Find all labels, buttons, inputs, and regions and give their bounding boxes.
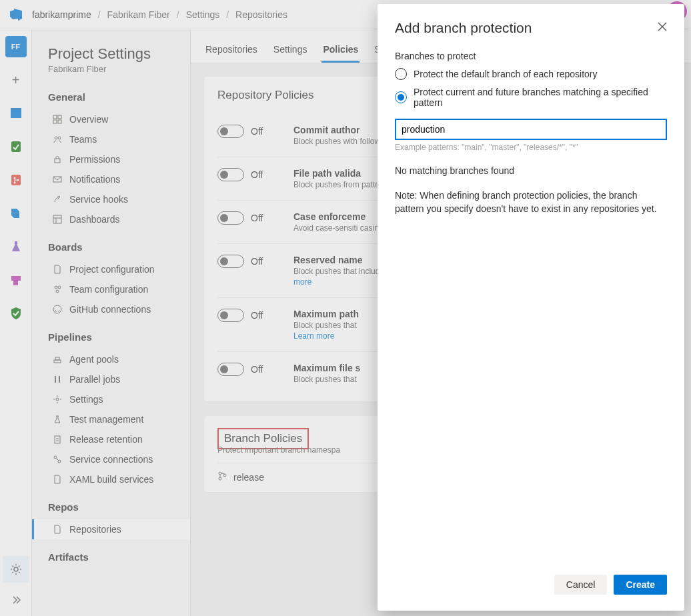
radio-icon bbox=[395, 91, 407, 103]
section-general: General bbox=[48, 91, 190, 103]
policy-link[interactable]: Learn more bbox=[293, 331, 334, 341]
nav-label: Dashboards bbox=[69, 214, 120, 225]
svg-rect-14 bbox=[58, 120, 61, 123]
svg-rect-7 bbox=[11, 276, 16, 281]
xaml-icon bbox=[52, 474, 63, 485]
nav-label: Permissions bbox=[69, 154, 120, 165]
policy-desc: Block pushes that bbox=[293, 321, 359, 330]
policy-link[interactable]: more bbox=[293, 277, 311, 287]
branch-icon bbox=[217, 471, 227, 483]
project-badge-icon[interactable]: FF bbox=[5, 36, 27, 57]
policy-toggle[interactable] bbox=[217, 255, 244, 268]
close-icon[interactable] bbox=[658, 22, 667, 34]
azure-devops-logo-icon[interactable] bbox=[5, 4, 27, 25]
pool-icon bbox=[52, 354, 63, 365]
page-title: Project Settings bbox=[48, 45, 190, 63]
svg-rect-1 bbox=[11, 108, 21, 110]
svg-rect-11 bbox=[53, 115, 57, 119]
add-icon[interactable]: + bbox=[5, 69, 27, 91]
svg-rect-27 bbox=[55, 436, 60, 443]
file-icon bbox=[52, 264, 63, 275]
nav-permissions[interactable]: Permissions bbox=[48, 149, 190, 169]
breadcrumb-org[interactable]: fabrikamprime bbox=[32, 9, 91, 20]
nav-repositories[interactable]: Repositories bbox=[32, 519, 190, 539]
boards-rail-icon[interactable] bbox=[5, 103, 27, 124]
shield-rail-icon[interactable] bbox=[5, 303, 27, 324]
policy-desc: Block pushes that bbox=[293, 375, 360, 384]
toggle-state: Off bbox=[251, 256, 263, 267]
branch-pattern-input[interactable] bbox=[395, 119, 667, 140]
policy-toggle[interactable] bbox=[217, 363, 244, 376]
settings-rail-icon[interactable] bbox=[3, 556, 29, 583]
section-pipelines: Pipelines bbox=[48, 331, 190, 343]
nav-label: Project configuration bbox=[69, 264, 155, 275]
nav-label: Service connections bbox=[69, 454, 153, 465]
section-artifacts: Artifacts bbox=[48, 551, 190, 563]
nav-release-retention[interactable]: Release retention bbox=[48, 429, 190, 449]
policy-toggle[interactable] bbox=[217, 168, 244, 181]
artifacts-rail-icon[interactable] bbox=[5, 269, 27, 291]
policy-toggle[interactable] bbox=[217, 211, 244, 225]
toggle-state: Off bbox=[251, 310, 263, 321]
toggle-state: Off bbox=[251, 364, 263, 375]
parallel-icon bbox=[52, 374, 63, 385]
toggle-state: Off bbox=[251, 213, 263, 223]
no-match-message: No matching branches found bbox=[395, 165, 667, 176]
nav-github[interactable]: GitHub connections bbox=[48, 299, 190, 319]
radio-protect-default[interactable]: Protect the default branch of each repos… bbox=[395, 68, 667, 80]
policy-toggle[interactable] bbox=[217, 309, 244, 322]
nav-label: Agent pools bbox=[69, 354, 119, 365]
nav-label: Notifications bbox=[69, 174, 120, 185]
nav-label: Settings bbox=[69, 394, 103, 405]
nav-overview[interactable]: Overview bbox=[48, 109, 190, 129]
pattern-hint: Example patterns: "main", "master", "rel… bbox=[395, 143, 667, 152]
nav-label: GitHub connections bbox=[69, 304, 151, 315]
chemistry-rail-icon[interactable] bbox=[5, 236, 27, 257]
nav-xaml-build[interactable]: XAML build services bbox=[48, 469, 190, 489]
hook-icon bbox=[52, 194, 63, 205]
nav-service-hooks[interactable]: Service hooks bbox=[48, 189, 190, 209]
nav-team-config[interactable]: Team configuration bbox=[48, 279, 190, 299]
nav-label: Teams bbox=[69, 134, 97, 145]
teams-icon bbox=[52, 134, 63, 145]
svg-rect-9 bbox=[13, 281, 18, 285]
nav-project-config[interactable]: Project configuration bbox=[48, 259, 190, 279]
pipelines-rail-icon[interactable] bbox=[5, 203, 27, 224]
svg-rect-12 bbox=[58, 115, 61, 119]
svg-point-22 bbox=[56, 290, 59, 293]
tab-repositories[interactable]: Repositories bbox=[204, 40, 259, 63]
nav-pipeline-settings[interactable]: Settings bbox=[48, 389, 190, 409]
nav-label: Service hooks bbox=[69, 194, 128, 205]
nav-agent-pools[interactable]: Agent pools bbox=[48, 349, 190, 369]
overview-icon bbox=[52, 114, 63, 125]
nav-service-connections[interactable]: Service connections bbox=[48, 449, 190, 469]
policy-title: Maximum file s bbox=[293, 363, 360, 373]
tab-policies[interactable]: Policies bbox=[321, 40, 360, 63]
cancel-button[interactable]: Cancel bbox=[554, 575, 608, 595]
repos-rail-icon[interactable] bbox=[5, 169, 27, 191]
dashboard-icon bbox=[52, 214, 63, 225]
nav-dashboards[interactable]: Dashboards bbox=[48, 209, 190, 229]
breadcrumb-section[interactable]: Settings bbox=[186, 9, 220, 20]
radio-protect-pattern[interactable]: Protect current and future branches matc… bbox=[395, 87, 667, 108]
breadcrumb-project[interactable]: Fabrikam Fiber bbox=[107, 9, 170, 20]
svg-rect-19 bbox=[53, 215, 61, 223]
page-subtitle: Fabrikam Fiber bbox=[48, 64, 190, 74]
svg-point-15 bbox=[55, 137, 57, 139]
create-button[interactable]: Create bbox=[614, 575, 667, 595]
tab-settings[interactable]: Settings bbox=[272, 40, 309, 63]
nav-test-mgmt[interactable]: Test management bbox=[48, 409, 190, 429]
branch-name: release bbox=[233, 472, 264, 483]
breadcrumb-page[interactable]: Repositories bbox=[235, 9, 287, 20]
nav-notifications[interactable]: Notifications bbox=[48, 169, 190, 189]
nav-parallel-jobs[interactable]: Parallel jobs bbox=[48, 369, 190, 389]
expand-rail-icon[interactable] bbox=[3, 587, 29, 613]
svg-rect-8 bbox=[16, 276, 21, 281]
flask-icon bbox=[52, 414, 63, 425]
nav-teams[interactable]: Teams bbox=[48, 129, 190, 149]
test-plans-rail-icon[interactable] bbox=[5, 136, 27, 157]
svg-point-30 bbox=[219, 472, 221, 475]
svg-point-23 bbox=[53, 305, 61, 313]
sidebar: Project Settings Fabrikam Fiber General … bbox=[32, 29, 191, 616]
policy-toggle[interactable] bbox=[217, 125, 244, 138]
